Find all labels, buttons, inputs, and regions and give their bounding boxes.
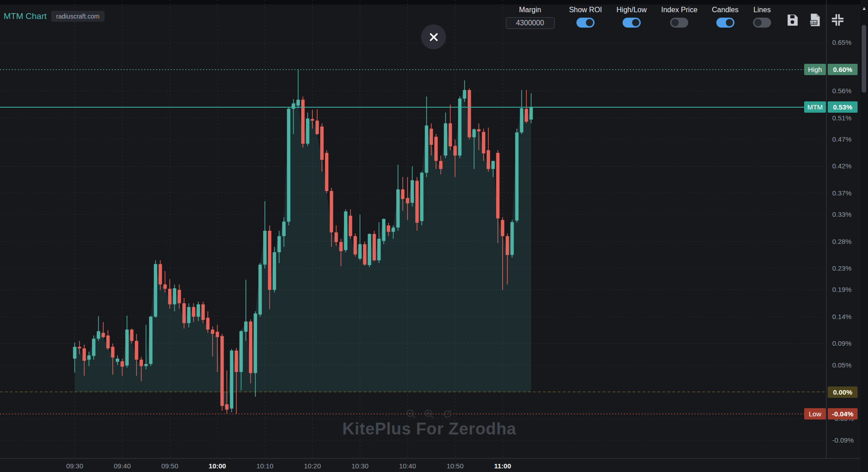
y-axis-tick: 0.47%: [832, 135, 852, 143]
x-axis-tick: 10:20: [304, 462, 321, 470]
x-axis-tick: 09:50: [161, 462, 178, 470]
y-axis-tick: 0.42%: [832, 162, 852, 170]
x-axis-tick: 10:50: [446, 462, 464, 470]
save-icon[interactable]: [786, 13, 799, 27]
x-axis-tick: 10:00: [209, 462, 226, 470]
reset-zoom-icon[interactable]: [442, 409, 453, 420]
margin-label: Margin: [519, 6, 541, 14]
y-axis-tick: 0.65%: [832, 38, 852, 46]
y-axis-tick: 0.23%: [832, 264, 852, 272]
close-chart-button[interactable]: [421, 24, 446, 49]
y-axis-tick: 0.37%: [832, 189, 852, 197]
x-axis-tick: 10:10: [256, 462, 273, 470]
lines-toggle[interactable]: [753, 18, 771, 28]
y-axis-tick: 0.14%: [832, 313, 852, 320]
candlestick-chart-plot[interactable]: [0, 0, 868, 472]
toggle-knob: [754, 19, 762, 26]
y-axis-tick: 0.33%: [832, 210, 852, 218]
y-axis-tick: -0.09%: [832, 436, 854, 444]
title-area: MTM Chart radiuscraft.com: [4, 11, 105, 22]
high-marker-label: High: [804, 64, 826, 75]
y-axis-tick: 0.19%: [832, 286, 852, 293]
toggle-label: Index Price: [661, 6, 697, 14]
y-axis-tick: 0.56%: [832, 87, 852, 95]
toggle-high-low: High/Low: [617, 6, 647, 28]
mtm-marker-label: MTM: [804, 101, 826, 113]
high-marker-value: 0.60%: [828, 64, 858, 75]
page-title: MTM Chart: [4, 11, 47, 21]
y-axis-tick: 0.09%: [832, 339, 852, 347]
toggle-candles: Candles: [712, 6, 739, 28]
low-marker-value: -0.04%: [828, 408, 858, 420]
zoom-in-icon[interactable]: [424, 409, 435, 420]
scrollbar-thumb[interactable]: [862, 25, 866, 93]
icon-bar: CSV: [786, 13, 844, 27]
scrollbar-up-arrow[interactable]: ▲: [862, 6, 867, 11]
collapse-icon[interactable]: [831, 13, 844, 27]
toggle-knob: [632, 19, 639, 26]
candles-toggle[interactable]: [716, 18, 734, 28]
toggle-knob: [726, 19, 733, 26]
index-price-toggle[interactable]: [670, 18, 688, 28]
toggle-label: Lines: [753, 6, 771, 14]
chart-zoom-controls: [406, 409, 453, 420]
close-icon: [428, 32, 439, 43]
x-axis-tick: 10:30: [351, 462, 369, 470]
toggle-index-price: Index Price: [661, 6, 697, 28]
x-axis-tick: 09:30: [66, 462, 83, 470]
toggle-label: High/Low: [617, 6, 647, 14]
toolbar: Margin Show ROI High/Low Index Price Can…: [506, 6, 844, 29]
toggle-label: Show ROI: [569, 6, 602, 14]
y-axis-tick: 0.05%: [832, 361, 852, 369]
low-marker-label: Low: [804, 408, 826, 420]
mtm-marker-value: 0.53%: [828, 101, 858, 113]
csv-export-icon[interactable]: CSV: [808, 13, 822, 27]
toggle-knob: [671, 19, 679, 26]
y-axis-tick: 0.28%: [832, 238, 852, 245]
y-axis-tick: 0.51%: [832, 114, 852, 122]
scrollbar: ▲: [860, 0, 868, 472]
toggle-label: Candles: [712, 6, 739, 14]
x-axis-tick: 10:40: [399, 462, 416, 470]
toggle-knob: [586, 19, 593, 26]
show-roi-toggle[interactable]: [576, 18, 595, 28]
margin-control: Margin: [506, 6, 555, 29]
toggle-lines: Lines: [753, 6, 771, 28]
svg-text:CSV: CSV: [810, 21, 817, 25]
zoom-out-icon[interactable]: [406, 409, 417, 420]
watermark: KitePlus For Zerodha: [342, 420, 516, 439]
margin-input[interactable]: [506, 17, 555, 29]
x-axis-tick: 09:40: [114, 462, 131, 470]
zero-marker-value: 0.00%: [828, 386, 858, 398]
domain-badge: radiuscraft.com: [51, 11, 105, 22]
x-axis-tick: 11:00: [494, 462, 511, 470]
high-low-toggle[interactable]: [623, 18, 641, 28]
toggle-show-roi: Show ROI: [569, 6, 602, 28]
